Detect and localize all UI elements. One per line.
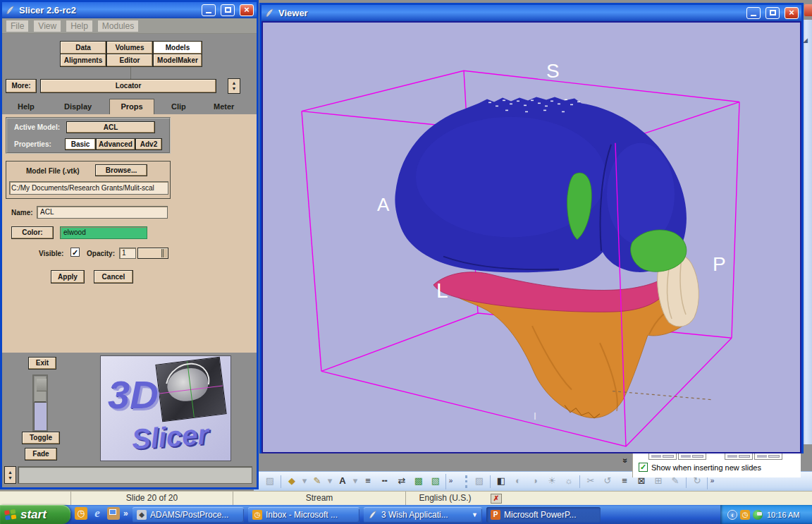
line-color-icon[interactable]: ✎ xyxy=(309,474,325,489)
apply-button[interactable]: Apply xyxy=(51,270,85,284)
fill-color-icon[interactable]: ◆ xyxy=(284,474,300,489)
viewer-titlebar[interactable]: Viewer × xyxy=(262,5,801,21)
arrow-style-icon[interactable]: ⇄ xyxy=(394,474,410,489)
show-when-inserting-checkbox[interactable]: ✓ xyxy=(639,463,648,472)
maximize-button[interactable] xyxy=(221,4,235,16)
tab-display[interactable]: Display xyxy=(64,102,92,111)
start-button[interactable]: start xyxy=(0,505,70,524)
meniscus-model xyxy=(433,272,665,312)
spinner-down-icon[interactable]: ▼ xyxy=(8,475,13,481)
module-button-alignments[interactable]: Alignments xyxy=(60,54,106,67)
tab-help[interactable]: Help xyxy=(18,102,35,111)
quicklaunch-overflow-icon[interactable]: » xyxy=(123,508,128,518)
3d-viewport[interactable]: S A L P I xyxy=(262,21,801,453)
font-color-icon[interactable]: A xyxy=(335,474,350,489)
task-adams[interactable]: ◆ ADAMS/PostProce... xyxy=(133,507,244,523)
crop-icon[interactable]: ✂ xyxy=(583,474,598,489)
module-button-volumes[interactable]: Volumes xyxy=(106,41,153,54)
tab-meter[interactable]: Meter xyxy=(214,102,234,111)
toggle-button[interactable]: Toggle xyxy=(22,432,60,444)
shadow-style-icon[interactable]: ▩ xyxy=(411,474,426,489)
more-button[interactable]: More: xyxy=(6,79,37,93)
messenger-icon[interactable] xyxy=(753,510,763,520)
module-button-modelmaker[interactable]: ModelMaker xyxy=(153,54,202,67)
clock[interactable]: 10:16 AM xyxy=(767,511,799,519)
cancel-button[interactable]: Cancel xyxy=(94,270,133,284)
module-spinner[interactable]: ▲ ▼ xyxy=(228,78,240,94)
menu-file[interactable]: File xyxy=(6,20,28,32)
picture-line-style-icon[interactable]: ≡ xyxy=(617,474,632,489)
task-outlook-inbox[interactable]: ◷ Inbox - Microsoft ... xyxy=(248,507,359,523)
more-contrast-icon[interactable]: ◐ xyxy=(510,474,526,489)
fade-slider-thumb[interactable] xyxy=(34,376,47,403)
pane-scroll-down-icon[interactable]: » xyxy=(619,453,630,468)
spinner-up-icon[interactable]: ▲ xyxy=(8,470,13,475)
less-brightness-icon[interactable]: ☼ xyxy=(561,474,577,489)
dash-style-icon[interactable]: ╍ xyxy=(377,474,393,489)
color-mode-icon[interactable]: ◧ xyxy=(493,474,509,489)
minimize-button[interactable] xyxy=(202,4,216,16)
menu-help[interactable]: Help xyxy=(66,20,92,32)
menu-view[interactable]: View xyxy=(34,20,61,32)
status-language[interactable]: English (U.S.) xyxy=(405,492,484,506)
rotate-left-icon[interactable]: ↺ xyxy=(600,474,615,489)
fill-color-dropdown-icon[interactable]: ▾ xyxy=(301,474,308,489)
toolbar-grip[interactable] xyxy=(465,475,469,488)
property-tab-adv2[interactable]: Adv2 xyxy=(135,138,162,150)
powerpoint-close-button-sliver[interactable] xyxy=(804,4,812,16)
opacity-field[interactable]: 1 xyxy=(119,248,136,259)
slicer-titlebar[interactable]: Slicer 2.6-rc2 × xyxy=(2,2,257,18)
outlook-quicklaunch-icon[interactable]: ◷ xyxy=(75,507,87,520)
more-brightness-icon[interactable]: ☀ xyxy=(544,474,560,489)
start-label: start xyxy=(20,508,47,522)
tab-clip[interactable]: Clip xyxy=(171,102,186,111)
opacity-slider-handle[interactable] xyxy=(161,249,167,257)
spinner-up-icon[interactable]: ▲ xyxy=(232,80,237,86)
task-wish-group[interactable]: 3 Wish Applicati... ▼ xyxy=(364,507,482,523)
fade-button[interactable]: Fade xyxy=(25,448,57,461)
property-tab-advanced[interactable]: Advanced xyxy=(96,138,135,150)
browse-button[interactable]: Browse... xyxy=(95,164,147,176)
spinner-down-icon[interactable]: ▼ xyxy=(232,86,237,92)
line-style-icon[interactable]: ≡ xyxy=(360,474,376,489)
close-button[interactable]: × xyxy=(240,4,254,16)
property-tab-basic[interactable]: Basic xyxy=(65,138,96,150)
maximize-button[interactable] xyxy=(765,7,780,19)
insert-picture-icon[interactable]: ▨ xyxy=(472,474,487,489)
toolbar-overflow-icon[interactable]: » xyxy=(445,474,455,489)
active-model-button[interactable]: ACL xyxy=(66,121,155,133)
insert-clipart-icon[interactable]: ▨ xyxy=(262,474,278,489)
minimize-button[interactable] xyxy=(746,7,761,19)
visible-checkbox[interactable]: ✓ xyxy=(70,248,80,257)
3d-style-icon[interactable]: ▧ xyxy=(428,474,443,489)
name-field[interactable]: ACL xyxy=(37,206,168,219)
tab-props[interactable]: Props xyxy=(109,99,154,114)
opacity-slider[interactable] xyxy=(137,248,168,259)
message-spinner[interactable]: ▲ ▼ xyxy=(4,466,16,484)
show-desktop-icon[interactable] xyxy=(107,507,120,520)
group-dropdown-icon[interactable]: ▼ xyxy=(472,511,478,518)
task-powerpoint[interactable]: P Microsoft PowerP... xyxy=(486,507,601,523)
close-button[interactable]: × xyxy=(785,7,799,19)
line-color-dropdown-icon[interactable]: ▾ xyxy=(326,474,333,489)
color-value-field[interactable]: elwood xyxy=(60,226,147,239)
hide-tray-icons-icon[interactable]: ‹ xyxy=(727,510,737,520)
module-button-editor[interactable]: Editor xyxy=(106,54,153,67)
exit-button[interactable]: Exit xyxy=(28,357,56,370)
module-selector-button[interactable]: Locator xyxy=(40,79,216,93)
color-button[interactable]: Color: xyxy=(11,226,54,239)
less-contrast-icon[interactable]: ◑ xyxy=(527,474,543,489)
font-color-dropdown-icon[interactable]: ▾ xyxy=(352,474,359,489)
orientation-posterior: P xyxy=(713,253,726,275)
internet-explorer-icon[interactable]: e xyxy=(91,507,104,520)
menu-modules[interactable]: Modules xyxy=(98,20,138,32)
outlook-reminder-icon[interactable]: ◷ xyxy=(740,510,750,520)
checkbox-label: Show when inserting new slides xyxy=(651,463,761,472)
module-button-models[interactable]: Models xyxy=(153,41,202,54)
powerpoint-status-bar: Slide 20 of 20 Stream English (U.S.) ✗ xyxy=(0,491,812,505)
model-file-path-field[interactable]: C:/My Documents/Research Grants/Mulit-sc… xyxy=(9,181,168,195)
spell-check-icon[interactable]: ✗ xyxy=(491,494,502,504)
module-button-data[interactable]: Data xyxy=(60,41,106,54)
windows-flag-icon xyxy=(4,509,17,520)
fade-slider[interactable] xyxy=(32,374,48,432)
